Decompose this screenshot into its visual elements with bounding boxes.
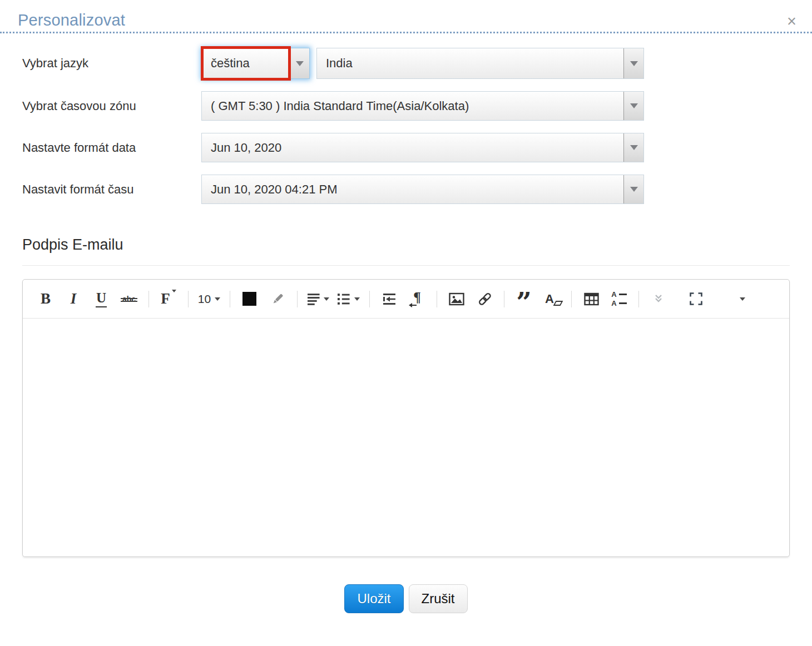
toolbar-separator — [188, 291, 189, 307]
blockquote-button[interactable]: ” — [514, 286, 534, 312]
underline-button[interactable]: U — [91, 286, 111, 312]
chevron-down-icon — [630, 145, 638, 150]
dialog-header: Personalizovat × — [0, 0, 812, 32]
chevron-down-icon — [630, 187, 638, 192]
date-format-select-arrow — [623, 133, 643, 162]
date-format-select[interactable]: Jun 10, 2020 — [201, 133, 644, 162]
cancel-button[interactable]: Zrušit — [409, 584, 468, 613]
toolbar-separator — [437, 291, 437, 307]
signature-heading: Podpis E-mailu — [22, 236, 812, 254]
chevron-down-icon — [630, 103, 638, 108]
paragraph-direction-button[interactable]: ¶ — [407, 286, 427, 312]
time-format-select[interactable]: Jun 10, 2020 04:21 PM — [201, 175, 644, 204]
insert-link-button[interactable] — [474, 286, 494, 312]
time-format-select-arrow — [623, 175, 643, 203]
strikethrough-button[interactable]: abc — [119, 286, 139, 312]
signature-editor: B I U abc F 10 — [22, 279, 790, 557]
timezone-select-value: ( GMT 5:30 ) India Standard Time(Asia/Ko… — [202, 99, 469, 113]
toolbar-separator — [638, 291, 639, 307]
insert-table-button[interactable] — [581, 286, 601, 312]
highlight-color-button[interactable] — [268, 286, 288, 312]
table-icon — [584, 292, 599, 306]
font-family-icon: F — [161, 290, 170, 307]
text-color-button[interactable] — [240, 286, 260, 312]
outdent-button[interactable] — [379, 286, 399, 312]
date-format-select-value: Jun 10, 2020 — [202, 141, 281, 155]
chevron-down-icon — [296, 61, 304, 66]
signature-divider — [22, 265, 790, 266]
editor-options-button[interactable] — [732, 286, 752, 312]
language-select-value: čeština — [202, 56, 250, 71]
language-select-arrow — [289, 48, 309, 78]
toolbar-separator — [297, 291, 298, 307]
country-select[interactable]: India — [316, 48, 644, 79]
signature-editor-body[interactable] — [23, 319, 789, 556]
chevron-down-icon — [324, 297, 329, 301]
bulleted-list-icon — [337, 292, 350, 306]
link-icon — [477, 291, 492, 306]
align-button[interactable] — [307, 286, 330, 312]
toolbar-separator — [369, 291, 370, 307]
font-family-button[interactable]: F — [159, 286, 179, 312]
toolbar-separator — [148, 291, 149, 307]
time-format-select-value: Jun 10, 2020 04:21 PM — [202, 182, 338, 197]
image-icon — [449, 292, 464, 306]
font-size-button[interactable]: 10 — [198, 286, 220, 312]
quote-icon: ” — [516, 286, 532, 312]
italic-button[interactable]: I — [63, 286, 83, 312]
paragraph-icon: ¶ — [413, 290, 421, 309]
time-format-label: Nastavit formát času — [22, 182, 201, 197]
date-format-label: Nastavte formát data — [22, 141, 201, 155]
align-left-icon — [307, 292, 320, 306]
personalize-form: Vybrat jazyk čeština India Vybrat časovo… — [0, 33, 812, 204]
fullscreen-button[interactable] — [686, 286, 706, 312]
chevron-down-icon — [630, 61, 638, 66]
line-height-button[interactable]: A A — [609, 286, 629, 312]
personalize-dialog: Personalizovat × Vybrat jazyk čeština In… — [0, 0, 812, 646]
double-chevron-down-icon — [652, 294, 665, 304]
fullscreen-icon — [689, 292, 703, 306]
timezone-label: Vybrat časovou zónu — [22, 99, 201, 113]
language-label: Vybrat jazyk — [22, 56, 201, 71]
country-select-arrow — [623, 48, 643, 78]
timezone-row: Vybrat časovou zónu ( GMT 5:30 ) India S… — [22, 91, 812, 121]
remove-format-icon: A — [545, 292, 558, 306]
strikethrough-icon: abc — [122, 295, 136, 304]
time-format-row: Nastavit formát času Jun 10, 2020 04:21 … — [22, 175, 812, 204]
list-button[interactable] — [337, 286, 360, 312]
chevron-down-icon — [354, 297, 360, 301]
page-title: Personalizovat — [18, 11, 794, 29]
highlighter-icon — [270, 292, 285, 306]
more-tools-button[interactable] — [648, 286, 669, 312]
remove-format-button[interactable]: A — [542, 286, 562, 312]
chevron-down-icon — [215, 297, 220, 301]
line-height-icon: A A — [611, 291, 626, 307]
bold-button[interactable]: B — [36, 286, 56, 312]
country-select-value: India — [317, 56, 353, 71]
outdent-icon — [382, 292, 397, 306]
chevron-down-icon — [740, 297, 745, 301]
italic-icon: I — [71, 290, 77, 307]
chevron-down-icon — [172, 290, 176, 292]
text-color-icon — [242, 292, 256, 306]
language-select[interactable]: čeština — [201, 48, 310, 79]
timezone-select-arrow — [623, 92, 643, 120]
insert-image-button[interactable] — [447, 286, 467, 312]
toolbar-separator — [504, 291, 504, 307]
editor-toolbar: B I U abc F 10 — [23, 280, 789, 319]
close-icon[interactable]: × — [787, 13, 796, 29]
toolbar-separator — [230, 291, 230, 307]
language-row: Vybrat jazyk čeština India — [22, 48, 812, 79]
underline-icon: U — [96, 290, 107, 307]
save-button[interactable]: Uložit — [344, 584, 403, 613]
timezone-select[interactable]: ( GMT 5:30 ) India Standard Time(Asia/Ko… — [201, 91, 644, 121]
dialog-footer: Uložit Zrušit — [0, 584, 812, 613]
bold-icon: B — [41, 290, 51, 307]
font-size-value: 10 — [198, 292, 211, 306]
date-format-row: Nastavte formát data Jun 10, 2020 — [22, 133, 812, 162]
toolbar-separator — [571, 291, 572, 307]
